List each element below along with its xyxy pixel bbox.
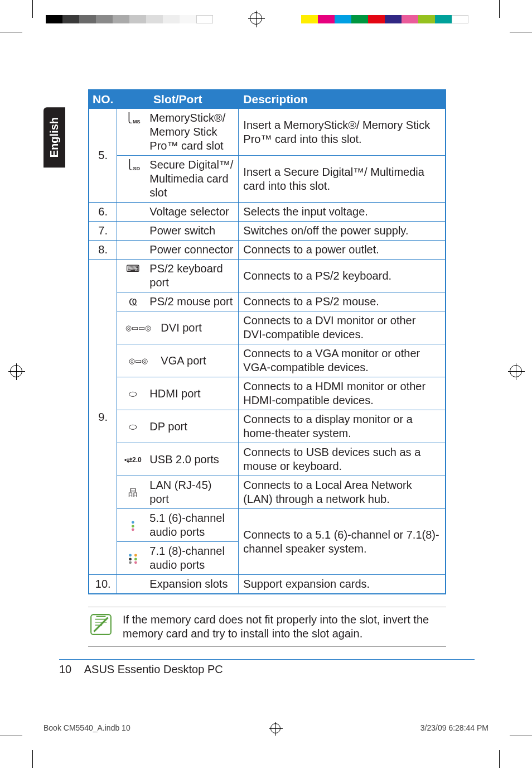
slot-label: 7.1 (8)-channel audio ports [149, 544, 234, 572]
table-row: •⇄2.0USB 2.0 ports Connects to USB devic… [89, 443, 446, 476]
table-row: ◎▭◎VGA port Connects to a VGA monitor or… [89, 344, 446, 377]
slot-description: Connects to a PS/2 mouse. [239, 292, 446, 311]
slot-label: 5.1 (6)-channel audio ports [149, 511, 234, 539]
slot-description: Connects to a power outlet. [239, 241, 446, 260]
table-row: 7. Power switch Switches on/off the powe… [89, 222, 446, 241]
table-row: 8. Power connector Connects to a power o… [89, 241, 446, 260]
table-row: ҨPS/2 mouse port Connects to a PS/2 mous… [89, 292, 446, 311]
table-row: 5. ⎩MS MemoryStick®/ Memory Stick Pro™ c… [89, 109, 446, 156]
th-slot: Slot/Port [117, 90, 239, 109]
slot-description: Connects to a HDMI monitor or other HDMI… [239, 377, 446, 410]
slot-description: Support expansion cards. [239, 575, 446, 594]
slot-description: Switches on/off the power supply. [239, 222, 446, 241]
slot-label: PS/2 mouse port [149, 295, 234, 309]
th-no: NO. [89, 90, 117, 109]
hdmi-icon: ⬭ [122, 387, 144, 400]
registration-mark-left [10, 365, 22, 377]
memorystick-icon: ⎩MS [122, 111, 144, 126]
usb-icon: •⇄2.0 [122, 455, 144, 464]
dvi-icon: ◎▭▭◎ [122, 323, 155, 333]
row-number: 6. [89, 203, 117, 222]
imprint-right: 3/23/09 6:28:44 PM [420, 723, 489, 733]
sd-icon: ⎩SD [122, 158, 144, 172]
slot-label: Voltage selector [149, 205, 234, 219]
table-row: 品LAN (RJ-45) port Connects to a Local Ar… [89, 476, 446, 509]
slots-table: NO. Slot/Port Description 5. ⎩MS MemoryS… [88, 89, 446, 594]
slot-label: VGA port [161, 354, 234, 368]
note-block: If the memory card does not fit properly… [88, 607, 446, 647]
dp-icon: ⬭ [122, 420, 144, 433]
page-footer: 10 ASUS Essentio Desktop PC [59, 660, 475, 676]
slot-description: Insert a Secure Digital™/ Multimedia car… [239, 156, 446, 203]
registration-mark-bottom [270, 723, 280, 733]
lan-icon: 品 [122, 486, 144, 498]
page-content: NO. Slot/Port Description 5. ⎩MS MemoryS… [59, 89, 475, 676]
table-row: 6. Voltage selector Selects the input vo… [89, 203, 446, 222]
th-desc: Description [239, 90, 446, 109]
table-row: 10. Expansion slots Support expansion ca… [89, 575, 446, 594]
table-row: ⬭HDMI port Connects to a HDMI monitor or… [89, 377, 446, 410]
slot-description: Connects to a 5.1 (6)-channel or 7.1(8)-… [239, 509, 446, 575]
slot-description: Insert a MemoryStick®/ Memory Stick Pro™… [239, 109, 446, 156]
row-number: 5. [89, 109, 117, 203]
crop-marks-bottom [0, 745, 532, 768]
slot-label: Secure Digital™/ Multimedia card slot [149, 158, 234, 200]
slot-label: Power switch [149, 224, 234, 238]
page-number: 10 [59, 663, 71, 675]
vga-icon: ◎▭◎ [122, 356, 155, 366]
slot-label: Power connector [149, 243, 234, 257]
slot-description: Connects to USB devices such as a mouse … [239, 443, 446, 476]
table-row: 9. ⌨PS/2 keyboard port Connects to a PS/… [89, 260, 446, 292]
note-icon [89, 613, 113, 640]
keyboard-icon: ⌨ [122, 262, 144, 275]
audio-71-icon: ● ● ● ● ● ● [122, 552, 144, 564]
table-row: ◎▭▭◎DVI port Connects to a DVI monitor o… [89, 311, 446, 344]
slot-label: DP port [149, 420, 234, 434]
imprint-left: Book CM5540_A.indb 10 [43, 723, 130, 733]
slot-description: Connects to a VGA monitor or other VGA-c… [239, 344, 446, 377]
slot-label: Expansion slots [149, 577, 234, 591]
table-row: ⎩SD Secure Digital™/ Multimedia card slo… [89, 156, 446, 203]
audio-51-icon: ●●● [122, 519, 144, 531]
slot-label: MemoryStick®/ Memory Stick Pro™ card slo… [149, 111, 234, 153]
slot-label: HDMI port [149, 387, 234, 401]
mouse-icon: Ҩ [122, 295, 144, 308]
registration-mark-right [510, 365, 522, 377]
row-number: 8. [89, 241, 117, 260]
slot-label: LAN (RJ-45) port [149, 478, 234, 506]
slot-label: DVI port [161, 321, 234, 335]
slot-description: Connects to a display monitor or a home-… [239, 410, 446, 443]
row-number: 9. [89, 260, 117, 575]
slot-description: Connects to a Local Area Network (LAN) t… [239, 476, 446, 509]
crop-marks-top [0, 0, 532, 23]
slot-description: Connects to a DVI monitor or other DVI-c… [239, 311, 446, 344]
row-number: 10. [89, 575, 117, 594]
note-text: If the memory card does not fit properly… [123, 613, 445, 641]
slot-label: USB 2.0 ports [149, 453, 234, 467]
row-number: 7. [89, 222, 117, 241]
slot-description: Connects to a PS/2 keyboard. [239, 260, 446, 292]
footer-rule: 10 ASUS Essentio Desktop PC [59, 659, 475, 676]
slot-label: PS/2 keyboard port [149, 262, 234, 290]
print-imprint: Book CM5540_A.indb 10 3/23/09 6:28:44 PM [43, 723, 489, 733]
table-row: ⬭DP port Connects to a display monitor o… [89, 410, 446, 443]
table-row: ●●● 5.1 (6)-channel audio ports Connects… [89, 509, 446, 542]
slot-description: Selects the input voltage. [239, 203, 446, 222]
footer-title: ASUS Essentio Desktop PC [84, 663, 223, 675]
